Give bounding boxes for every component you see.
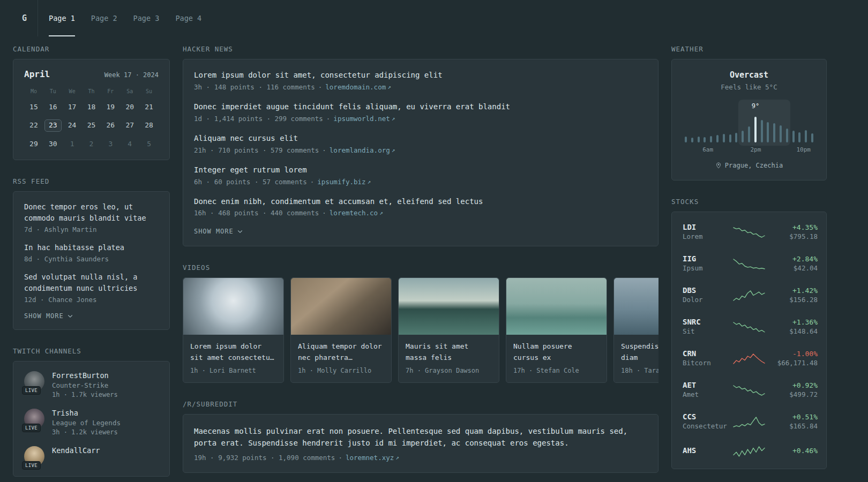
external-link-icon: ↗: [392, 147, 395, 154]
stock-row[interactable]: LDI Lorem +4.35% $795.18: [683, 216, 815, 247]
external-link-icon: ↗: [368, 178, 371, 185]
twitch-section-title: TWITCH CHANNELS: [13, 347, 170, 355]
stock-row[interactable]: AET Amet +0.92% $499.72: [683, 374, 815, 405]
stock-sparkline: [732, 288, 766, 302]
twitch-channel[interactable]: LIVE KendallCarr: [24, 446, 159, 466]
video-title[interactable]: Nullam posuere cursus ex: [513, 341, 600, 363]
hackernews-item-title[interactable]: Aliquam nec cursus elit: [194, 133, 647, 144]
hackernews-item-domain-link[interactable]: ipsumworld.net↗: [333, 115, 395, 123]
hackernews-section-title: HACKER NEWS: [183, 45, 659, 53]
stock-sparkline: [732, 351, 766, 365]
post-domain-link[interactable]: loremnet.xyz↗: [346, 454, 399, 462]
twitch-channel[interactable]: LIVE Trisha League of Legends 3h · 1.2k …: [24, 409, 159, 436]
video-thumbnail[interactable]: [183, 278, 283, 335]
stock-ticker[interactable]: AHS: [683, 446, 732, 455]
channel-viewers: 1h · 1.7k viewers: [52, 391, 118, 398]
temperature-bar: [805, 130, 807, 142]
video-card[interactable]: Suspendisse diam 18h · Tara: [613, 277, 659, 382]
hackernews-item-title[interactable]: Integer eget rutrum lorem: [194, 165, 647, 175]
rss-show-more-button[interactable]: SHOW MORE: [24, 312, 73, 320]
dot-separator: ·: [322, 209, 326, 217]
top-navbar: G Page 1 Page 2 Page 3 Page 4: [0, 0, 868, 36]
video-card[interactable]: Lorem ipsum dolor sit amet consectetu… 1…: [183, 277, 284, 382]
channel-name[interactable]: Trisha: [52, 409, 121, 417]
calendar-day: 21: [140, 101, 158, 113]
hackernews-item-domain-link[interactable]: ipsumify.biz↗: [317, 178, 371, 186]
stock-row[interactable]: DBS Dolor +1.42% $156.28: [683, 279, 815, 311]
stocks-list: LDI Lorem +4.35% $795.18: [683, 216, 815, 465]
twitch-widget: LIVE ForrestBurton Counter-Strike 1h · 1…: [13, 361, 170, 477]
rss-item-title[interactable]: In hac habitasse platea: [24, 242, 159, 254]
live-badge: LIVE: [22, 386, 41, 395]
channel-name[interactable]: KendallCarr: [52, 446, 100, 455]
stock-ticker[interactable]: IIG: [683, 254, 732, 263]
stock-ticker[interactable]: AET: [683, 381, 732, 389]
video-thumbnail[interactable]: [506, 278, 607, 335]
stock-ticker[interactable]: CCS: [683, 412, 732, 421]
rss-item-title[interactable]: Donec tempor eros leo, ut commodo mauris…: [24, 201, 159, 224]
video-title[interactable]: Aliquam tempor dolor nec pharetra…: [298, 341, 384, 363]
video-meta: 1h · Molly Carrillo: [298, 367, 384, 374]
stock-sparkline: [732, 320, 766, 334]
calendar-day: 26: [102, 119, 119, 131]
subreddit-section-title: /R/SUBREDDIT: [183, 400, 659, 408]
video-thumbnail[interactable]: [399, 278, 499, 335]
stock-change: -1.00%: [766, 350, 818, 358]
chevron-down-icon: [67, 313, 73, 319]
video-title[interactable]: Suspendisse diam: [621, 341, 659, 363]
hackernews-item: Donec imperdiet augue tincidunt felis al…: [194, 102, 647, 123]
video-title[interactable]: Lorem ipsum dolor sit amet consectetu…: [190, 341, 276, 363]
video-thumbnail[interactable]: [291, 278, 391, 335]
video-card[interactable]: Mauris sit amet massa felis 7h · Grayson…: [398, 277, 499, 382]
stock-row[interactable]: SNRC Sit +1.36% $148.64: [683, 311, 815, 342]
page-tabs: Page 1 Page 2 Page 3 Page 4: [49, 0, 201, 36]
hackernews-item-domain-link[interactable]: loremtech.co↗: [330, 209, 383, 217]
weather-location: Prague, Czechia: [683, 162, 815, 169]
external-link-icon: ↗: [379, 209, 383, 216]
video-card[interactable]: Aliquam tempor dolor nec pharetra… 1h · …: [290, 277, 392, 382]
page-tab[interactable]: Page 4: [175, 0, 201, 36]
stock-change: +2.84%: [766, 255, 818, 263]
hackernews-item-title[interactable]: Donec imperdiet augue tincidunt felis al…: [194, 102, 647, 112]
middle-column: HACKER NEWS Lorem ipsum dolor sit amet, …: [183, 45, 659, 482]
channel-name[interactable]: ForrestBurton: [52, 371, 118, 380]
stock-row[interactable]: CCS Consectetur +0.51% $165.84: [683, 405, 815, 437]
video-card[interactable]: Nullam posuere cursus ex 17h · Stefan Co…: [506, 277, 607, 382]
stock-row[interactable]: IIG Ipsum +2.84% $42.04: [683, 247, 815, 279]
video-thumbnail[interactable]: [614, 278, 659, 335]
rss-item: In hac habitasse platea 8d · Cynthia Sau…: [24, 242, 159, 263]
page-tab[interactable]: Page 1: [49, 0, 75, 36]
hackernews-item-title[interactable]: Lorem ipsum dolor sit amet, consectetur …: [194, 70, 647, 80]
hackernews-show-more-button[interactable]: SHOW MORE: [194, 228, 243, 235]
stock-ticker[interactable]: DBS: [683, 286, 732, 295]
stock-name: Ipsum: [683, 264, 732, 272]
page-tab[interactable]: Page 2: [91, 0, 117, 36]
hackernews-item-title[interactable]: Donec enim nibh, condimentum et accumsan…: [194, 197, 647, 207]
rss-item-meta: 12d · Chance Jones: [24, 296, 159, 304]
calendar-year: 2024: [143, 71, 159, 79]
temperature-bar: [786, 129, 788, 142]
right-column: WEATHER Overcast Feels like 5°C 9° 6am 2…: [671, 45, 827, 482]
stock-row[interactable]: AHS +0.46%: [683, 437, 815, 465]
time-label: 6am: [702, 146, 713, 153]
stock-ticker[interactable]: CRN: [683, 349, 732, 358]
temperature-bar: [780, 125, 782, 142]
app-logo[interactable]: G: [22, 0, 27, 36]
stock-change: +4.35%: [766, 223, 818, 231]
dot-separator: ·: [310, 178, 315, 186]
stock-ticker[interactable]: LDI: [683, 223, 732, 231]
stock-ticker[interactable]: SNRC: [683, 318, 732, 326]
twitch-channel[interactable]: LIVE ForrestBurton Counter-Strike 1h · 1…: [24, 371, 159, 398]
stock-row[interactable]: CRN Bitcorn -1.00% $66,171.48: [683, 342, 815, 374]
post-title[interactable]: Maecenas mollis pulvinar erat non posuer…: [194, 425, 647, 449]
video-title[interactable]: Mauris sit amet massa felis: [406, 341, 492, 363]
weather-section: WEATHER Overcast Feels like 5°C 9° 6am 2…: [671, 45, 827, 180]
hackernews-item-domain-link[interactable]: loremdomain.com↗: [325, 83, 391, 91]
hackernews-item-domain-link[interactable]: loremlandia.org↗: [330, 146, 395, 154]
page-tab[interactable]: Page 3: [133, 0, 160, 36]
rss-item-title[interactable]: Sed volutpat nulla nisl, a condimentum n…: [24, 272, 159, 295]
hackernews-item: Aliquam nec cursus elit 21h · 710 points…: [194, 133, 647, 154]
calendar-section: CALENDAR April Week 17 · 2024 MoTuWeThFr…: [13, 45, 170, 160]
videos-section: VIDEOS Lorem ipsum dolor sit amet consec…: [183, 263, 659, 382]
hackernews-section: HACKER NEWS Lorem ipsum dolor sit amet, …: [183, 45, 659, 246]
